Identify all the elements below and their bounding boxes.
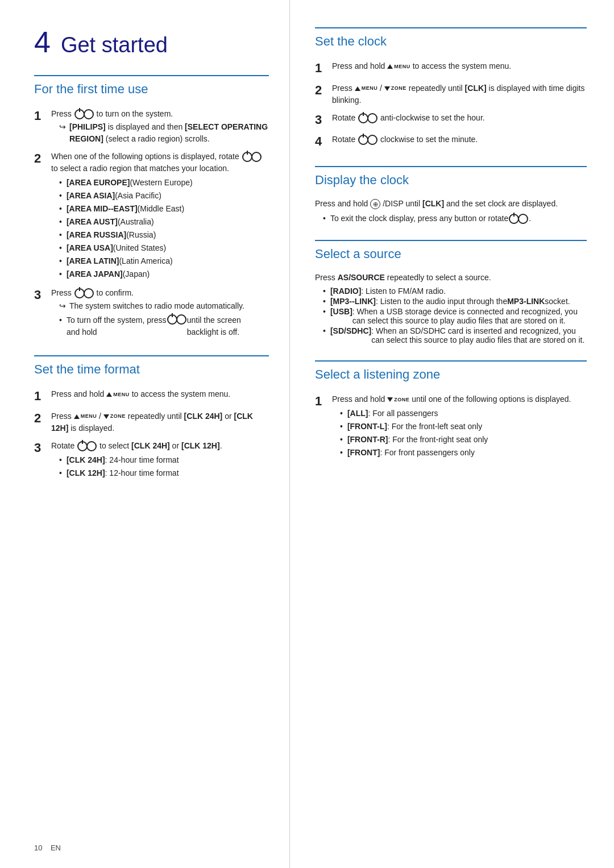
list-item: [FRONT-R]: For the front-right seat only [340, 434, 587, 446]
section-display-clock: Display the clock Press and hold ⊕ /DISP… [315, 166, 587, 224]
section-heading-first-time-use: For the first time use [34, 75, 269, 100]
step-1-clock-content: Press and hold MENU to access the system… [332, 60, 587, 72]
knob-icon-4 [176, 314, 186, 325]
list-item: To exit the clock display, press any but… [323, 214, 587, 224]
list-item: [AREA MID--EAST] (Middle East) [59, 203, 269, 215]
knob-icon-5 [86, 441, 97, 451]
triangle-up-icon-2 [74, 414, 80, 419]
power-knob-icon-6 [358, 113, 378, 123]
list-item: [ALL]: For all passengers [340, 408, 587, 420]
step-3-sub-1: ↪ The system switches to radio mode auto… [59, 300, 269, 312]
step-1-zone-content: Press and hold ZONE until one of the fol… [332, 393, 587, 460]
step-1-sub-text: [PHILIPS] is displayed and then [SELECT … [69, 121, 269, 145]
language-label: EN [51, 844, 61, 852]
step-num-c3: 3 [315, 112, 332, 128]
section-set-clock: Set the clock 1 Press and hold MENU to a… [315, 27, 587, 150]
step-num-tf-1: 1 [34, 388, 51, 405]
list-item: [AREA ASIA] (Asia Pacific) [59, 190, 269, 202]
section-first-time-use: For the first time use 1 Press to turn o… [34, 75, 269, 339]
step-3-content: Press to confirm. ↪ The system switches … [51, 287, 269, 339]
chapter-heading: 4 Get started [34, 27, 269, 57]
power-icon-6 [358, 113, 368, 123]
step-3-first-time: 3 Press to confirm. ↪ The system switche… [34, 287, 269, 339]
step-4-clock: 4 Rotate clockwise to set the minute. [315, 134, 587, 150]
power-icon-3 [74, 288, 85, 298]
power-knob-icon [74, 109, 94, 119]
select-source-intro: Press AS/SOURCE repeatedly to select a s… [315, 273, 587, 282]
section-select-zone: Select a listening zone 1 Press and hold… [315, 360, 587, 460]
source-list: [RADIO]: Listen to FM/AM radio. [MP3--LI… [323, 286, 587, 344]
knob-icon-3 [84, 288, 94, 298]
step-3-time-format: 3 Rotate to select [CLK 24H] or [CLK 12H… [34, 440, 269, 480]
triangle-up-icon-4 [355, 86, 360, 91]
menu-up-icon: MENU [106, 391, 130, 399]
power-knob-icon-4 [167, 314, 187, 325]
step-3-clock: 3 Rotate anti-clockwise to set the hour. [315, 112, 587, 128]
power-knob-icon-8 [508, 214, 529, 224]
step-3-sub-text-1: The system switches to radio mode automa… [69, 300, 244, 312]
step-2-tf-content: Press MENU / ZONE repeatedly until [CLK … [51, 410, 269, 434]
step-num-tf-3: 3 [34, 440, 51, 456]
list-item: [FRONT-L]: For the front-left seat only [340, 421, 587, 433]
power-icon [74, 109, 85, 119]
list-item: [FRONT]: For front passengers only [340, 447, 587, 459]
triangle-down-icon-3 [387, 397, 393, 402]
list-item: [AREA USA] (United States) [59, 242, 269, 254]
triangle-down-icon [103, 414, 109, 419]
step-3-bullet-list: To turn off the system, press and hold u… [59, 314, 269, 338]
step-2-first-time: 2 When one of the following options is d… [34, 151, 269, 281]
power-icon-5 [77, 441, 88, 451]
list-item: [AREA RUSSIA] (Russia) [59, 229, 269, 241]
step-num-z1: 1 [315, 393, 332, 410]
power-knob-icon-7 [358, 135, 378, 145]
zone-down-icon-2: ZONE [384, 85, 406, 93]
clk-list: [CLK 24H]: 24-hour time format [CLK 12H]… [59, 454, 269, 479]
power-icon-4 [167, 314, 177, 325]
section-heading-display-clock: Display the clock [315, 166, 587, 191]
step-2-content: When one of the following options is dis… [51, 151, 269, 281]
list-item: [AREA AUST] (Australia) [59, 216, 269, 228]
section-heading-select-source: Select a source [315, 240, 587, 265]
page-footer: 10 EN [34, 844, 61, 852]
step-3-clock-content: Rotate anti-clockwise to set the hour. [332, 112, 587, 124]
power-knob-icon-2 [242, 152, 262, 162]
list-item: [AREA EUROPE] (Western Europe) [59, 177, 269, 189]
section-heading-set-clock: Set the clock [315, 27, 587, 52]
list-item: [CLK 12H]: 12-hour time format [59, 467, 269, 479]
section-heading-select-zone: Select a listening zone [315, 360, 587, 385]
step-4-clock-content: Rotate clockwise to set the minute. [332, 134, 587, 146]
display-clock-intro: Press and hold ⊕ /DISP until [CLK] and t… [315, 199, 587, 209]
step-1-time-format: 1 Press and hold MENU to access the syst… [34, 388, 269, 405]
triangle-up-icon [106, 392, 112, 397]
triangle-down-icon-2 [384, 86, 390, 91]
step-2-time-format: 2 Press MENU / ZONE repeatedly until [CL… [34, 410, 269, 434]
list-item: [MP3--LINK]: Listen to the audio input t… [323, 297, 587, 306]
list-item: [AREA LATIN] (Latin America) [59, 255, 269, 267]
power-icon-8 [509, 214, 519, 224]
step-num-c1: 1 [315, 60, 332, 77]
list-item: [AREA JAPAN] (Japan) [59, 268, 269, 280]
menu-up-icon-2: MENU [74, 413, 97, 421]
step-1-clock: 1 Press and hold MENU to access the syst… [315, 60, 587, 77]
knob-icon [84, 109, 94, 119]
section-heading-time-format: Set the time format [34, 355, 269, 380]
chapter-number: 4 [34, 27, 51, 57]
section-select-source: Select a source Press AS/SOURCE repeated… [315, 240, 587, 344]
step-3-tf-content: Rotate to select [CLK 24H] or [CLK 12H].… [51, 440, 269, 480]
knob-icon-2 [251, 152, 262, 162]
list-item: [USB]: When a USB storage device is conn… [323, 307, 587, 325]
step-2-clock-content: Press MENU / ZONE repeatedly until [CLK]… [332, 82, 587, 106]
menu-up-icon-3: MENU [387, 63, 410, 71]
chapter-title: Get started [61, 34, 168, 56]
step-num-c4: 4 [315, 134, 332, 150]
triangle-up-icon-3 [387, 64, 393, 69]
zone-down-icon: ZONE [103, 413, 126, 421]
step-2-clock: 2 Press MENU / ZONE repeatedly until [CL… [315, 82, 587, 106]
step-num-c2: 2 [315, 82, 332, 99]
arrow-icon-2: ↪ [59, 300, 66, 312]
right-column: Set the clock 1 Press and hold MENU to a… [290, 0, 614, 868]
knob-icon-7 [367, 135, 377, 145]
power-knob-icon-5 [77, 441, 97, 451]
step-num-tf-2: 2 [34, 410, 51, 427]
area-list: [AREA EUROPE] (Western Europe) [AREA ASI… [59, 177, 269, 280]
